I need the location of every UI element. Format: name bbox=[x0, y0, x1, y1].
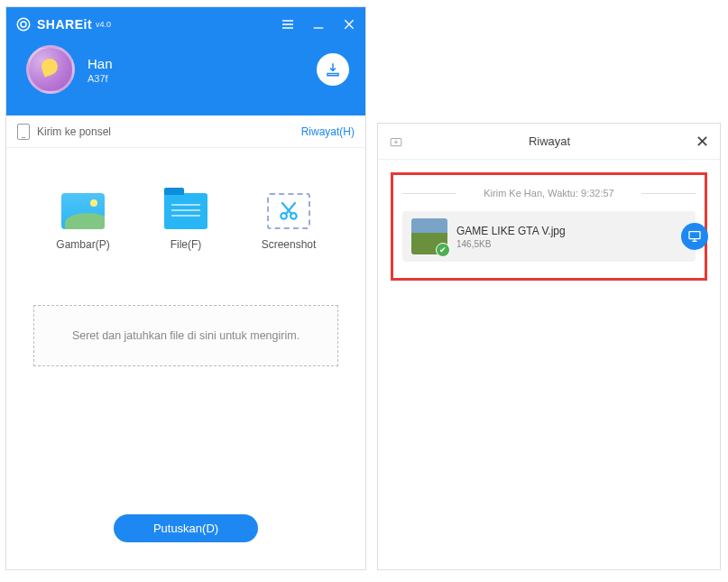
title-bar: SHAREit v4.0 bbox=[6, 7, 365, 36]
sub-bar: Kirim ke ponsel Riwayat(H) bbox=[6, 115, 365, 148]
svg-point-0 bbox=[17, 18, 30, 31]
device-badge[interactable] bbox=[681, 223, 708, 250]
file-size: 146,5KB bbox=[456, 239, 566, 249]
history-link[interactable]: Riwayat(H) bbox=[301, 125, 355, 138]
history-title: Riwayat bbox=[403, 134, 696, 148]
close-icon[interactable] bbox=[342, 17, 356, 32]
drop-zone[interactable]: Seret dan jatuhkan file di sini untuk me… bbox=[33, 305, 338, 366]
session-label: Kirim Ke Han, Waktu: 9:32:57 bbox=[402, 188, 696, 199]
phone-icon bbox=[17, 124, 30, 140]
app-version: v4.0 bbox=[96, 20, 111, 29]
category-image[interactable]: Gambar(P) bbox=[42, 193, 124, 251]
profile-name: Han bbox=[88, 56, 113, 71]
file-entry[interactable]: GAME LIKE GTA V.jpg 146,5KB bbox=[402, 211, 696, 262]
minimize-icon[interactable] bbox=[311, 17, 326, 32]
disconnect-button[interactable]: Putuskan(D) bbox=[114, 514, 258, 542]
download-button[interactable] bbox=[317, 53, 349, 86]
menu-icon[interactable] bbox=[281, 17, 295, 32]
category-file[interactable]: File(F) bbox=[145, 193, 226, 251]
app-title: SHAREit bbox=[37, 17, 92, 32]
category-file-label: File(F) bbox=[170, 238, 202, 251]
file-name: GAME LIKE GTA V.jpg bbox=[456, 225, 566, 237]
main-window: SHAREit v4.0 Han A37f Kirim ke ponsel Ri… bbox=[5, 6, 366, 570]
profile-row: Han A37f bbox=[6, 36, 365, 94]
image-icon bbox=[61, 193, 105, 229]
highlight-box: Kirim Ke Han, Waktu: 9:32:57 GAME LIKE G… bbox=[391, 172, 707, 281]
history-body: Kirim Ke Han, Waktu: 9:32:57 GAME LIKE G… bbox=[378, 160, 720, 293]
history-header: Riwayat ✕ bbox=[378, 124, 720, 160]
send-to-phone-label: Kirim ke ponsel bbox=[37, 125, 111, 138]
shareit-logo-icon bbox=[15, 16, 32, 32]
svg-point-1 bbox=[21, 22, 26, 27]
category-row: Gambar(P) File(F) Screenshot bbox=[33, 193, 338, 251]
download-icon bbox=[325, 61, 341, 78]
header: SHAREit v4.0 Han A37f bbox=[6, 7, 365, 115]
scissors-icon bbox=[267, 193, 310, 229]
history-close-icon[interactable]: ✕ bbox=[696, 132, 709, 152]
file-thumbnail bbox=[411, 218, 447, 254]
history-panel: Riwayat ✕ Kirim Ke Han, Waktu: 9:32:57 G… bbox=[377, 123, 721, 570]
svg-rect-5 bbox=[689, 232, 700, 239]
folder-icon bbox=[164, 193, 207, 229]
monitor-icon bbox=[687, 229, 702, 244]
avatar[interactable] bbox=[26, 45, 75, 94]
center-area: Gambar(P) File(F) Screenshot Seret dan j… bbox=[6, 148, 365, 569]
profile-code: A37f bbox=[88, 73, 113, 84]
category-image-label: Gambar(P) bbox=[56, 238, 109, 251]
category-screenshot-label: Screenshot bbox=[262, 238, 317, 251]
category-screenshot[interactable]: Screenshot bbox=[248, 193, 329, 251]
download-folder-icon[interactable] bbox=[389, 135, 403, 148]
